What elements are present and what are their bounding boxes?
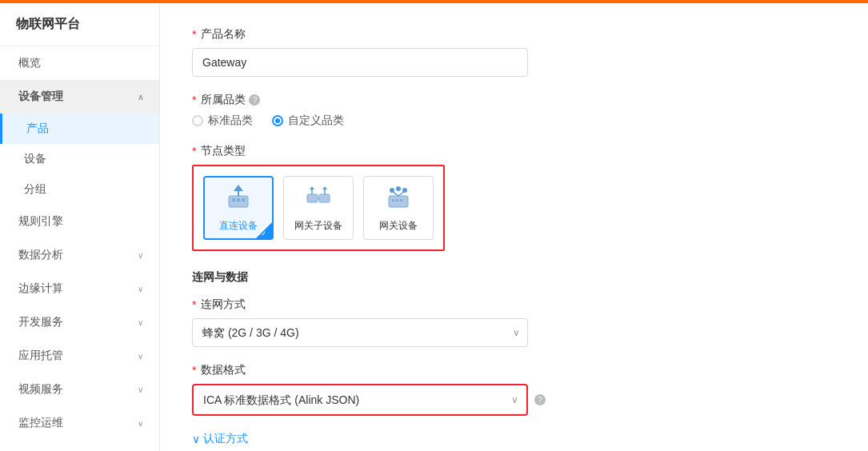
- sidebar-item-monitoring[interactable]: 监控运维 ∨: [0, 406, 159, 440]
- category-section: * 所属品类 ? 标准品类 自定义品类: [192, 93, 836, 128]
- svg-rect-1: [232, 198, 235, 202]
- node-card-gateway[interactable]: 网关设备: [363, 176, 434, 240]
- sidebar-item-monitoring-label: 监控运维: [18, 416, 63, 430]
- data-format-row: ICA 标准数据格式 (Alink JSON) 自定义 ∨ ?: [192, 384, 836, 416]
- data-format-help-icon[interactable]: ?: [534, 394, 546, 405]
- auth-link[interactable]: ∨ 认证方式: [192, 432, 836, 446]
- data-format-label: * 数据格式: [192, 363, 836, 377]
- sidebar-item-dev-services-label: 开发服务: [18, 315, 63, 329]
- node-type-cards: 直连设备: [192, 165, 445, 251]
- svg-rect-15: [396, 199, 398, 202]
- category-label: * 所属品类 ?: [192, 93, 836, 107]
- connectivity-select[interactable]: 蜂窝 (2G / 3G / 4G) Wi-Fi 以太网: [192, 318, 528, 347]
- svg-point-21: [396, 186, 401, 191]
- sidebar-item-overview-label: 概览: [18, 56, 41, 70]
- required-star-node: *: [192, 145, 196, 158]
- chevron-down-icon-app: ∨: [138, 352, 143, 361]
- sidebar-item-device-mgmt[interactable]: 设备管理 ∧: [0, 80, 159, 114]
- chevron-down-icon-dev: ∨: [138, 318, 143, 327]
- connectivity-section: * 连网方式 蜂窝 (2G / 3G / 4G) Wi-Fi 以太网 ∨: [192, 297, 836, 347]
- radio-custom[interactable]: 自定义品类: [272, 114, 344, 128]
- connectivity-label: * 连网方式: [192, 297, 836, 312]
- required-star-cat: *: [192, 94, 196, 106]
- sidebar-item-video[interactable]: 视频服务 ∨: [0, 373, 159, 406]
- svg-rect-2: [237, 198, 240, 202]
- chevron-down-icon-monitor: ∨: [138, 419, 143, 428]
- required-star-fmt: *: [192, 364, 196, 377]
- sidebar-item-edge-compute[interactable]: 边缘计算 ∨: [0, 272, 159, 305]
- svg-marker-12: [322, 186, 327, 190]
- node-type-label: * 节点类型: [192, 144, 836, 158]
- sidebar-item-groups[interactable]: 分组: [0, 174, 159, 205]
- sidebar-item-app-hosting-label: 应用托管: [18, 349, 63, 363]
- sidebar-item-rules-label: 规则引擎: [18, 214, 63, 229]
- radio-standard-circle: [192, 115, 203, 126]
- sidebar-header: 物联网平台: [0, 3, 159, 46]
- svg-marker-10: [310, 186, 314, 190]
- data-format-section: * 数据格式 ICA 标准数据格式 (Alink JSON) 自定义 ∨ ?: [192, 363, 836, 416]
- direct-device-label: 直连设备: [219, 219, 258, 233]
- sidebar-item-devices-label: 设备: [24, 152, 46, 166]
- radio-standard-label: 标准品类: [208, 114, 253, 128]
- svg-rect-16: [400, 199, 402, 202]
- data-format-select-wrap: ICA 标准数据格式 (Alink JSON) 自定义 ∨: [192, 384, 528, 416]
- node-card-direct[interactable]: 直连设备: [203, 176, 274, 240]
- gateway-sub-icon: [304, 183, 333, 214]
- chevron-down-icon-edge: ∨: [138, 285, 143, 293]
- required-star-conn: *: [192, 298, 196, 311]
- sidebar-item-groups-label: 分组: [24, 182, 46, 197]
- svg-rect-13: [389, 196, 408, 207]
- required-star-name: *: [192, 28, 196, 41]
- connectivity-select-wrap: 蜂窝 (2G / 3G / 4G) Wi-Fi 以太网 ∨: [192, 318, 528, 347]
- svg-marker-4: [234, 185, 243, 191]
- gateway-label: 网关设备: [379, 219, 418, 233]
- sidebar-item-data-analysis[interactable]: 数据分析 ∨: [0, 238, 159, 272]
- radio-custom-label: 自定义品类: [288, 114, 344, 128]
- product-name-label: * 产品名称: [192, 27, 836, 42]
- svg-point-19: [390, 188, 394, 193]
- svg-rect-6: [307, 194, 318, 202]
- svg-rect-3: [242, 198, 245, 202]
- gateway-sub-label: 网关子设备: [294, 219, 342, 233]
- sidebar-item-devices[interactable]: 设备: [0, 144, 159, 174]
- sidebar: 物联网平台 概览 设备管理 ∧ 产品 设备 分组 规则引擎: [0, 3, 160, 451]
- product-name-section: * 产品名称: [192, 27, 836, 77]
- chevron-up-icon: ∧: [138, 93, 143, 102]
- sidebar-item-edge-compute-label: 边缘计算: [18, 281, 63, 296]
- selected-check-corner: [256, 222, 272, 238]
- sidebar-item-app-hosting[interactable]: 应用托管 ∨: [0, 339, 159, 373]
- svg-point-20: [402, 188, 407, 193]
- sidebar-item-overview[interactable]: 概览: [0, 46, 159, 80]
- gateway-icon: [384, 183, 413, 214]
- radio-custom-circle: [272, 115, 283, 126]
- category-help-icon[interactable]: ?: [249, 94, 260, 106]
- sidebar-item-products[interactable]: 产品: [0, 114, 159, 144]
- sidebar-item-data-analysis-label: 数据分析: [18, 248, 63, 262]
- chevron-down-icon-data: ∨: [138, 251, 143, 260]
- svg-rect-14: [392, 199, 394, 202]
- sidebar-item-dev-services[interactable]: 开发服务 ∨: [0, 305, 159, 339]
- node-type-section: * 节点类型: [192, 144, 836, 251]
- sidebar-item-device-mgmt-label: 设备管理: [18, 90, 63, 104]
- connectivity-section-title: 连网与数据: [192, 270, 836, 285]
- node-card-gateway-sub[interactable]: 网关子设备: [283, 176, 354, 240]
- sidebar-item-rules[interactable]: 规则引擎: [0, 205, 159, 238]
- category-radio-group: 标准品类 自定义品类: [192, 114, 836, 128]
- data-format-select[interactable]: ICA 标准数据格式 (Alink JSON) 自定义: [194, 385, 526, 414]
- sidebar-item-video-label: 视频服务: [18, 382, 63, 397]
- direct-device-icon: [224, 183, 253, 214]
- product-name-input[interactable]: [192, 48, 528, 77]
- auth-chevron-icon: ∨: [192, 433, 200, 445]
- chevron-down-icon-video: ∨: [138, 385, 143, 394]
- auth-link-label: 认证方式: [203, 432, 248, 446]
- main-content: * 产品名称 * 所属品类 ? 标准品类: [160, 3, 868, 451]
- radio-standard[interactable]: 标准品类: [192, 114, 253, 128]
- sidebar-item-products-label: 产品: [26, 122, 49, 136]
- svg-rect-7: [319, 194, 330, 202]
